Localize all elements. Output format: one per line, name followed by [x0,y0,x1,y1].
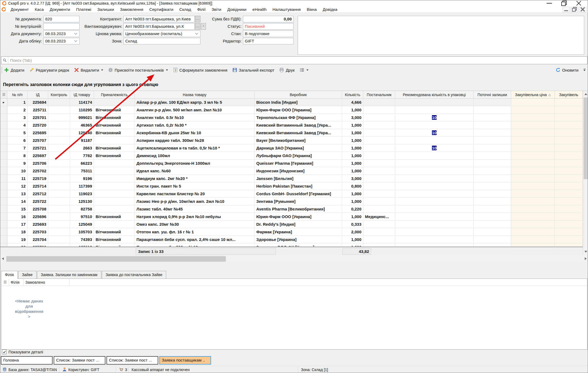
menu-item-3[interactable]: Документи [47,7,73,12]
cell-origin[interactable] [94,175,135,182]
minimize-icon[interactable] [546,1,553,5]
row-selector[interactable] [0,198,7,205]
cell-rec[interactable] [395,175,474,182]
cell-price[interactable] [511,221,555,228]
cell-stock[interactable] [474,221,511,228]
cell-name[interactable]: Артихол табл. 0,2г №30 * [135,121,255,129]
row-selector[interactable] [0,175,7,182]
row-selector[interactable] [0,106,7,114]
cell-name[interactable]: Парацетамол беби сусп. орал. 2,4% саше 1… [135,236,255,243]
cell-tid[interactable]: 999021 [70,114,94,121]
cell-name[interactable]: Димексид 100мл [135,152,255,159]
column-header-9[interactable]: Постачальник [363,91,395,98]
table-row[interactable]: 1922570474393ВітчизнянийПарацетамол беби… [0,236,583,243]
cell-maker[interactable]: Лубныфарм ОАО [Украина] [255,152,342,159]
cell-id[interactable]: 225720 [28,121,48,129]
detail-tab-4[interactable]: Заявка до постачальника Зайве [102,271,166,279]
row-selector[interactable] [0,129,7,136]
cell-n[interactable]: 4 [7,121,28,129]
cell-n[interactable]: 6 [7,137,28,144]
table-row[interactable]: 18225703105703ВітчизнянийОтотон кап. уш.… [0,228,583,236]
assign-suppliers-button[interactable]: Присвоїти постачальників [108,68,168,72]
cell-tid[interactable]: 66223 [70,160,94,167]
cell-name[interactable]: Ацетилсалициловая к-та табл. 0,5г №10 * [135,144,255,152]
cell-stock[interactable] [474,213,511,220]
assign-suppliers-button-caret-icon[interactable] [166,69,168,71]
cell-origin[interactable]: Вітчизняний [94,144,135,152]
cell-origin[interactable] [94,99,135,106]
cell-price2[interactable] [555,243,583,246]
cell-maker[interactable]: Bayer [Великобритания] [255,137,342,144]
cell-origin[interactable] [94,182,135,190]
cell-id[interactable]: 225711 [28,106,48,114]
table-row[interactable]: 1522570882758Лазикс табл. 40мг №45Aventi… [0,205,583,213]
mdi-close-icon[interactable] [579,7,586,12]
cell-qty[interactable]: 2,000 [342,228,363,236]
cell-price2[interactable] [555,144,583,152]
horizontal-scroll-thumb[interactable] [6,256,226,262]
cell-control[interactable] [48,99,70,106]
cell-price[interactable] [511,228,555,236]
cell-control[interactable] [48,228,70,236]
column-header-10[interactable]: Рекомендована кількість в упаковці [395,91,474,98]
cell-maker[interactable]: Здоровье ООО ФК [Украина] [255,243,342,246]
cell-price2[interactable] [555,213,583,220]
cell-qty[interactable]: 1,000 [342,152,363,159]
cell-tid[interactable]: 9196 [70,175,94,182]
cell-control[interactable] [48,121,70,129]
cell-supplier[interactable] [363,228,395,236]
row-selector[interactable] [0,190,7,197]
scroll-up-icon[interactable] [584,93,587,95]
cell-tid[interactable]: 105703 [70,228,94,236]
cell-maker[interactable]: Зентива [Румыния] [255,198,342,205]
cell-n[interactable]: 9 [7,160,28,167]
row-selector[interactable] [0,137,7,144]
cell-stock[interactable] [474,99,511,106]
cell-origin[interactable] [94,167,135,175]
table-row[interactable]: 622570791187Аспирин кардио табл. 300мг №… [0,137,583,144]
cell-rec[interactable]: 10 [395,144,474,152]
cell-tid[interactable]: 91187 [70,137,94,144]
cell-supplier[interactable]: Медицинс... [363,213,395,220]
cell-control[interactable] [48,243,70,246]
price-condition-field[interactable]: Ценообразование (госпиталь) [123,30,200,37]
cell-price2[interactable] [555,99,583,106]
cell-price2[interactable] [555,175,583,182]
cell-price2[interactable] [555,152,583,159]
detail-tab-3[interactable]: Заявка. Залишки по замінникам [37,271,101,279]
detail-column-ordered[interactable]: Замовлено [24,279,69,286]
contractor-field[interactable]: Апт №003 пгт.Барышевка, ул.Киев [123,16,195,22]
cell-maker[interactable]: Индонезия [Индонезия] [255,167,342,175]
cell-name[interactable]: Айлар р-р д/ин. 100 ЕД/мл картр. 3 мл № … [135,99,255,106]
cell-origin[interactable] [94,190,135,197]
cell-price2[interactable] [555,182,583,190]
scroll-down-icon[interactable] [584,251,587,253]
cell-id[interactable]: 225707 [28,137,48,144]
cell-n[interactable]: 2 [7,106,28,114]
cell-rec[interactable] [395,198,474,205]
row-selector[interactable] [0,221,7,228]
cell-id[interactable]: 225703 [28,228,48,236]
cell-rec[interactable] [395,213,474,220]
cell-maker[interactable]: Юрия-Фарм ООО [Украина] [255,213,342,220]
cell-control[interactable] [48,190,70,197]
cell-n[interactable]: 12 [7,182,28,190]
cell-qty[interactable]: 3,000 [342,175,363,182]
table-row[interactable]: 5225695125140ВітчизнянийАскорбинка-КВ ды… [0,129,583,137]
cell-tid[interactable]: 7782 [70,152,94,159]
cell-origin[interactable]: Вітчизняний [94,114,135,121]
column-header-12[interactable]: Закупівельна ціна△ [511,91,555,98]
scroll-left-icon[interactable] [2,257,4,260]
mdi-restore-icon[interactable] [571,7,578,12]
column-header-3[interactable]: Контроль [48,91,70,98]
cell-price2[interactable] [555,198,583,205]
cell-id[interactable]: 225704 [28,236,48,243]
cell-price2[interactable] [555,137,583,144]
zone-field[interactable]: Склад [123,38,200,44]
cell-name[interactable]: Идеал капс. №60 [135,167,255,175]
cell-maker[interactable]: Киевский Витаминный Завод [Укра... [255,129,342,136]
cell-origin[interactable]: Вітчизняний [94,228,135,236]
cell-n[interactable]: 19 [7,236,28,243]
cell-stock[interactable] [474,106,511,114]
toolbar-grip[interactable] [1,67,2,73]
